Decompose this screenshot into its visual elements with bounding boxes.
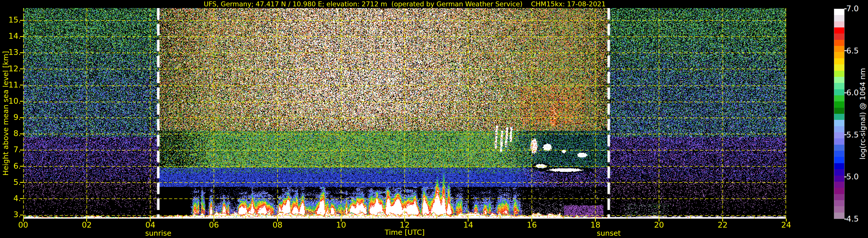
x-tick-mark (86, 219, 87, 222)
colorbar-tick-label-6.0: 6.0 (846, 88, 864, 97)
colorbar-title: log(rc-signal) @ 1064 nm (857, 9, 868, 219)
x-minor-tick (563, 216, 564, 219)
x-tick-label-16: 16 (527, 220, 536, 229)
colorbar-tick-label-5.0: 5.0 (846, 172, 864, 181)
x-tick-mark (341, 219, 342, 222)
x-minor-tick (182, 216, 183, 219)
y-tick-mark (20, 101, 23, 102)
colorbar-tick-label-5.5: 5.5 (846, 130, 864, 139)
colorbar-tick-mark (844, 134, 846, 135)
y-tick-mark (20, 198, 23, 199)
x-minor-tick (690, 216, 691, 219)
y-tick-label-11: 11. (0, 80, 21, 89)
x-tick-label-10: 10 (336, 220, 346, 229)
x-tick-label-08: 08 (273, 220, 282, 229)
y-tick-label-14: 14. (0, 32, 21, 40)
heatmap-canvas (23, 8, 786, 219)
ceilometer-quicklook: UFS, Germany; 47.417 N / 10.980 E; eleva… (0, 0, 868, 238)
x-tick-label-18: 18 (590, 220, 600, 229)
x-tick-mark (722, 219, 723, 222)
x-tick-mark (150, 219, 151, 222)
y-tick-mark (20, 84, 23, 86)
x-minor-tick (309, 216, 309, 219)
y-tick-mark (20, 149, 23, 150)
x-tick-mark (213, 219, 214, 222)
x-tick-label-06: 06 (209, 220, 219, 229)
x-tick-label-00: 00 (18, 220, 28, 229)
y-tick-mark (20, 36, 23, 37)
y-tick-label-15: 15. (0, 15, 21, 24)
colorbar-tick-label-4.5: 4.5 (846, 214, 864, 223)
x-minor-tick (55, 216, 55, 219)
colorbar-tick-mark (844, 50, 846, 51)
colorbar (834, 9, 844, 219)
y-tick-mark (20, 52, 23, 53)
x-minor-tick (500, 216, 500, 219)
x-tick-mark (277, 219, 278, 222)
y-tick-label-5: 5. (0, 178, 21, 186)
colorbar-tick-label-6.5: 6.5 (846, 46, 864, 55)
x-tick-mark (659, 219, 659, 222)
x-tick-mark (468, 219, 469, 222)
x-minor-tick (373, 216, 373, 219)
y-tick-label-3: 3. (0, 210, 21, 219)
y-tick-mark (20, 215, 23, 215)
colorbar-tick-mark (844, 93, 846, 93)
y-tick-mark (20, 117, 23, 118)
x-tick-label-22: 22 (718, 220, 727, 229)
x-tick-mark (23, 219, 24, 222)
y-tick-label-12: 12. (0, 64, 21, 73)
colorbar-tick-mark (844, 8, 846, 9)
x-tick-mark (531, 219, 532, 222)
sunrise-label: sunrise (145, 229, 171, 237)
sunset-label: sunset (597, 229, 621, 237)
x-tick-label-20: 20 (654, 220, 664, 229)
x-tick-label-04: 04 (145, 220, 155, 229)
colorbar-tick-mark (844, 176, 846, 177)
y-tick-mark (20, 68, 23, 69)
x-minor-tick (118, 216, 119, 219)
y-tick-mark (20, 182, 23, 183)
x-axis-label: Time [UTC] (361, 228, 448, 237)
y-tick-label-13: 13. (0, 48, 21, 57)
y-tick-mark (20, 133, 23, 134)
x-tick-label-02: 02 (82, 220, 92, 229)
x-tick-mark (404, 219, 405, 222)
y-tick-mark (20, 20, 23, 21)
y-tick-mark (20, 166, 23, 167)
x-tick-label-12: 12 (400, 220, 409, 229)
y-tick-label-7: 7. (0, 145, 21, 154)
x-minor-tick (245, 216, 246, 219)
x-tick-mark (595, 219, 596, 222)
x-minor-tick (436, 216, 437, 219)
y-tick-label-4: 4. (0, 194, 21, 203)
x-tick-label-24: 24 (781, 220, 791, 229)
x-minor-tick (627, 216, 627, 219)
y-tick-label-9: 9. (0, 113, 21, 122)
colorbar-tick-label-7.0: 7.0 (846, 4, 864, 13)
y-tick-label-6: 6. (0, 162, 21, 170)
y-tick-label-8: 8. (0, 129, 21, 138)
x-tick-mark (786, 219, 787, 222)
y-tick-label-10: 10. (0, 97, 21, 105)
x-minor-tick (754, 216, 755, 219)
colorbar-tick-mark (844, 219, 846, 219)
x-tick-label-14: 14 (463, 220, 473, 229)
page-title: UFS, Germany; 47.417 N / 10.980 E; eleva… (23, 0, 786, 8)
